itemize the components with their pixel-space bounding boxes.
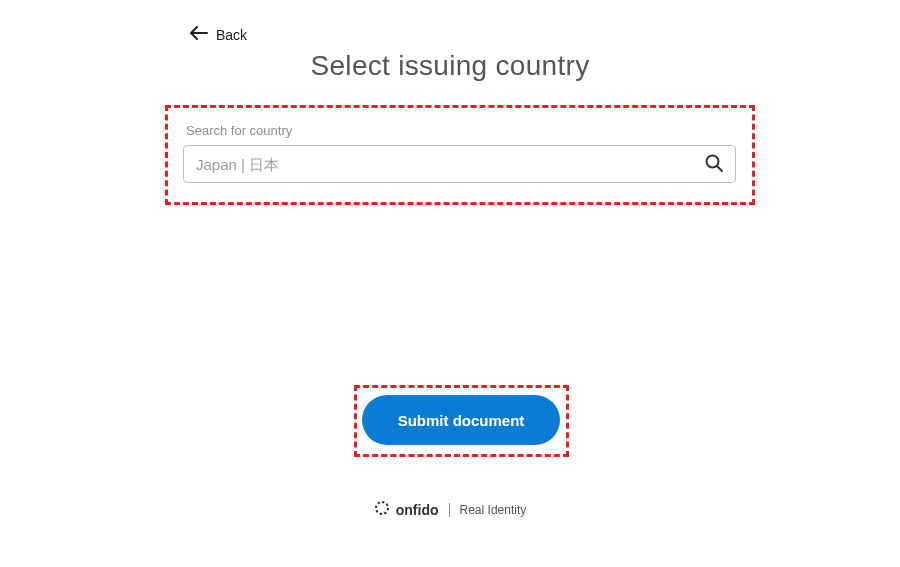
back-label: Back (216, 27, 247, 43)
svg-line-2 (717, 166, 722, 171)
back-button[interactable]: Back (190, 26, 247, 44)
search-icon (704, 153, 724, 173)
page-root: Back Select issuing country Search for c… (0, 0, 900, 567)
search-label: Search for country (186, 123, 292, 138)
onfido-logo-icon (374, 500, 390, 519)
footer-brand: onfido Real Identity (0, 500, 900, 519)
search-input-wrap (183, 145, 736, 183)
country-search-input[interactable] (183, 145, 736, 183)
page-title: Select issuing country (0, 50, 900, 82)
arrow-left-icon (190, 26, 208, 44)
brand-name-text: onfido (396, 502, 439, 518)
brand-tagline: Real Identity (449, 503, 527, 517)
submit-document-button[interactable]: Submit document (362, 395, 560, 445)
svg-point-3 (376, 502, 388, 514)
